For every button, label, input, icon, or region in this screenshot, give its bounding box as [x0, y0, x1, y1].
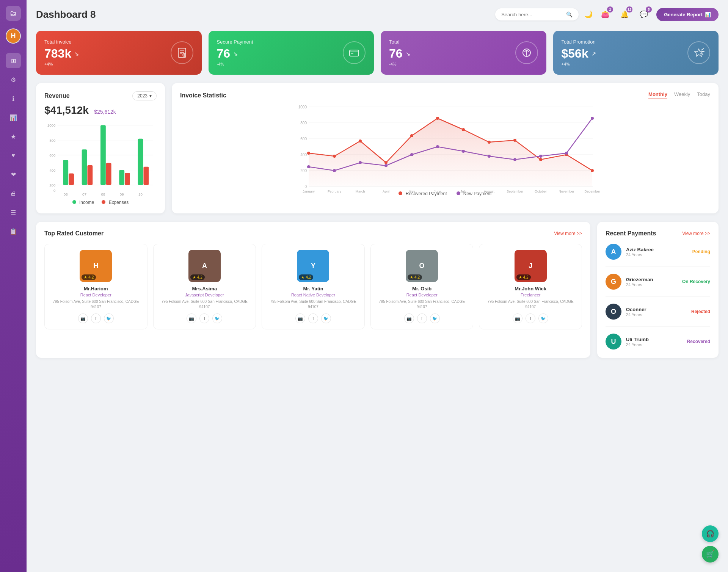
wallet-icon-btn[interactable]: 👛 2 — [598, 8, 612, 21]
wallet-badge: 2 — [607, 6, 613, 13]
payment-name-1: Griezerman — [626, 277, 678, 282]
customers-view-more[interactable]: View more >> — [554, 231, 582, 236]
stat-change-payment: -4% — [217, 62, 343, 66]
year-select[interactable]: 2023 ▾ — [132, 91, 157, 100]
payment-item-2: O Oconner 24 Years Rejected — [606, 304, 710, 327]
instagram-icon-4[interactable]: 📷 — [513, 313, 522, 323]
rating-badge-2: ★ 4.2 — [299, 274, 313, 280]
facebook-icon-2[interactable]: f — [308, 313, 318, 323]
twitter-icon-4[interactable]: 🐦 — [538, 313, 548, 323]
search-input[interactable] — [501, 12, 563, 17]
facebook-icon-1[interactable]: f — [199, 313, 209, 323]
instagram-icon-3[interactable]: 📷 — [404, 313, 414, 323]
stat-info-payment: Secure Payment 76 ↘ -4% — [217, 39, 343, 66]
svg-rect-7 — [350, 50, 359, 56]
sidebar-item-clipboard[interactable]: 📋 — [6, 224, 21, 239]
svg-text:800: 800 — [300, 121, 307, 125]
customer-name-4: Mr.John Wick — [483, 286, 578, 291]
header-icons: 🌙 👛 2 🔔 12 💬 5 Generate Report 📊 — [584, 8, 719, 21]
svg-point-60 — [591, 169, 594, 172]
svg-text:07: 07 — [82, 192, 86, 196]
sidebar-item-print[interactable]: 🖨 — [6, 186, 21, 201]
svg-rect-27 — [106, 163, 111, 185]
sidebar-item-favorites[interactable]: ★ — [6, 129, 21, 144]
generate-report-label: Generate Report — [664, 12, 703, 17]
payment-item-3: U Uli Trumb 24 Years Recovered — [606, 334, 710, 349]
revenue-title: Revenue — [44, 92, 70, 99]
facebook-icon-3[interactable]: f — [417, 313, 427, 323]
svg-rect-23 — [69, 173, 74, 185]
stat-change-promotion: +4% — [562, 62, 688, 66]
stat-icon-total — [515, 41, 538, 64]
svg-text:August: August — [484, 190, 495, 193]
instagram-icon-1[interactable]: 📷 — [187, 313, 196, 323]
fab-support[interactable]: 🎧 — [702, 525, 719, 542]
stat-card-promotion: Total Promotion $56k ↗ +4% — [553, 31, 719, 75]
bar-chart-svg: 1000 800 600 400 200 0 — [44, 121, 157, 197]
sidebar-item-dashboard[interactable]: ⊞ — [6, 53, 21, 68]
user-avatar[interactable]: H — [6, 28, 21, 44]
sidebar-item-settings[interactable]: ⚙ — [6, 72, 21, 87]
generate-report-button[interactable]: Generate Report 📊 — [656, 8, 719, 21]
rating-badge-3: ★ 4.2 — [408, 274, 422, 280]
svg-point-58 — [539, 158, 542, 161]
stat-info-total: Total 76 ↘ -4% — [389, 39, 515, 66]
tab-weekly[interactable]: Weekly — [674, 91, 690, 99]
customer-addr-1: 795 Folsom Ave, Suite 600 San Francisco,… — [157, 299, 252, 310]
dark-mode-toggle[interactable]: 🌙 — [584, 10, 593, 19]
payment-item-0: A Aziz Bakree 24 Years Pending — [606, 244, 710, 267]
stat-value-promotion: $56k ↗ — [562, 47, 688, 61]
bell-icon-btn[interactable]: 🔔 12 — [618, 8, 631, 21]
customer-avatar-1: A ★ 4.2 — [188, 250, 221, 282]
twitter-icon-2[interactable]: 🐦 — [321, 313, 331, 323]
chat-icon-btn[interactable]: 💬 5 — [637, 8, 651, 21]
tab-today[interactable]: Today — [697, 91, 710, 99]
payment-name-2: Oconner — [626, 307, 687, 312]
sidebar-logo[interactable]: 🗂 — [6, 6, 21, 21]
facebook-icon-0[interactable]: f — [91, 313, 101, 323]
stat-value-invoice: 783k ↘ — [44, 47, 171, 61]
stat-card-payment: Secure Payment 76 ↘ -4% — [209, 31, 374, 75]
customer-card-3: O ★ 4.2 Mr. Osib React Developer 795 Fol… — [370, 244, 474, 329]
search-bar[interactable]: 🔍 — [495, 8, 579, 20]
svg-rect-24 — [82, 149, 87, 185]
twitter-icon-0[interactable]: 🐦 — [104, 313, 114, 323]
sidebar-item-menu[interactable]: ☰ — [6, 205, 21, 220]
svg-text:July: July — [460, 190, 467, 193]
dashboard-icon: ⊞ — [11, 57, 16, 64]
svg-text:400: 400 — [49, 168, 56, 172]
svg-rect-29 — [125, 173, 130, 185]
line-chart-svg: 1000 800 600 400 200 0 — [180, 103, 710, 194]
social-icons-1: 📷 f 🐦 — [157, 313, 252, 323]
sidebar-item-heart2[interactable]: ❤ — [6, 167, 21, 182]
customer-name-0: Mr.Hariom — [49, 286, 143, 291]
invoice-title: Invoice Statistic — [180, 92, 226, 99]
svg-point-55 — [462, 128, 465, 131]
payments-view-more[interactable]: View more >> — [682, 231, 710, 236]
svg-point-68 — [488, 155, 491, 158]
sidebar-item-analytics[interactable]: 📊 — [6, 110, 21, 125]
payment-status-0: Pending — [692, 249, 710, 254]
fab-cart[interactable]: 🛒 — [702, 546, 719, 563]
payment-status-1: On Recovery — [682, 279, 710, 284]
bell-badge: 12 — [626, 6, 632, 13]
settings-icon: ⚙ — [11, 76, 16, 83]
svg-text:08: 08 — [101, 192, 105, 196]
twitter-icon-1[interactable]: 🐦 — [212, 313, 222, 323]
sidebar-item-wishlist[interactable]: ♥ — [6, 148, 21, 163]
facebook-icon-4[interactable]: f — [526, 313, 535, 323]
customer-avatar-0: H ★ 4.2 — [80, 250, 112, 282]
stat-label-invoice: Total invoice — [44, 39, 171, 45]
tab-monthly[interactable]: Monthly — [648, 91, 667, 99]
sidebar-item-info[interactable]: ℹ — [6, 91, 21, 106]
trend-invoice: ↘ — [74, 51, 79, 57]
stat-info-invoice: Total invoice 783k ↘ +4% — [44, 39, 171, 66]
svg-point-64 — [384, 164, 388, 167]
instagram-icon-2[interactable]: 📷 — [295, 313, 305, 323]
twitter-icon-3[interactable]: 🐦 — [430, 313, 440, 323]
cart-icon: 🛒 — [706, 550, 714, 558]
page-title: Dashboard 8 — [36, 9, 490, 20]
customer-avatar-3: O ★ 4.2 — [406, 250, 438, 282]
instagram-icon-0[interactable]: 📷 — [78, 313, 88, 323]
chevron-down-icon: ▾ — [149, 93, 152, 99]
